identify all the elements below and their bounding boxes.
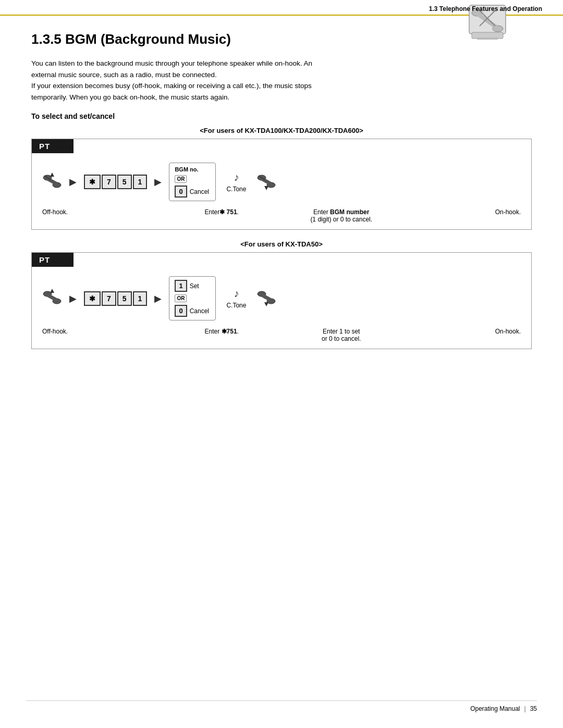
key-5-1: 5 — [117, 175, 132, 189]
footer-page: 35 — [530, 705, 537, 712]
footer: Operating Manual | 35 — [26, 700, 537, 712]
svg-marker-13 — [264, 186, 268, 190]
cancel-label-2: Cancel — [190, 307, 209, 315]
note-row-1: Off-hook. Enter✱ 751. Enter BGM number(1… — [32, 208, 531, 229]
key-7-2: 7 — [102, 291, 116, 306]
cancel-row-2: 0 Cancel — [175, 305, 209, 317]
on-hook-icon-1 — [256, 171, 276, 193]
svg-marker-19 — [264, 302, 268, 306]
cancel-row-1: 0 Cancel — [175, 186, 209, 198]
arrow-2: ▶ — [154, 176, 162, 188]
music-note-1: ♪ — [234, 171, 239, 183]
off-hook-icon-1 — [42, 171, 62, 193]
note-offhook-2: Off-hook. — [42, 328, 162, 335]
key-1-set: 1 — [175, 280, 187, 292]
svg-marker-10 — [50, 172, 54, 177]
note-offhook-1: Off-hook. — [42, 208, 162, 216]
arrow-1: ▶ — [69, 176, 77, 188]
svg-rect-7 — [477, 38, 498, 40]
set-row: 1 Set — [175, 280, 199, 292]
ctone-group-1: ♪ C.Tone — [226, 171, 246, 193]
ctone-label-2: C.Tone — [226, 302, 246, 309]
subsection2-heading: <For users of KX-TDA50> — [31, 240, 532, 248]
diagram-inner-1: ▶ ✱ 7 5 1 ▶ BGM no. OR 0 Cancel — [32, 153, 531, 208]
key-7-1: 7 — [102, 175, 116, 189]
key-1-2: 1 — [133, 291, 148, 306]
bgm-no-label: BGM no. — [175, 166, 198, 172]
diagram-box-tda100: PT ▶ ✱ 7 5 1 ▶ — [31, 139, 532, 230]
set-label: Set — [190, 282, 199, 290]
note-onhook-1: On-hook. — [401, 208, 521, 216]
key-star-2: ✱ — [84, 291, 101, 306]
bgm-no-row: BGM no. — [175, 166, 198, 172]
key-group-1: ✱ 7 5 1 — [84, 175, 147, 189]
header-section: 1.3 Telephone Features and Operation — [429, 5, 542, 13]
note-row-2: Off-hook. Enter ✱751. Enter 1 to set or … — [32, 328, 531, 349]
pt-label-2: PT — [32, 253, 74, 267]
key-star-1: ✱ — [84, 175, 101, 189]
or-label-2: OR — [175, 294, 187, 302]
music-note-2: ♪ — [234, 288, 239, 300]
diagram-inner-2: ▶ ✱ 7 5 1 ▶ 1 Set OR 0 Cancel — [32, 267, 531, 328]
note-enter751-2: Enter ✱751. — [162, 328, 282, 335]
intro-paragraph: You can listen to the background music t… — [31, 58, 386, 103]
note-enter751-1: Enter✱ 751. — [162, 208, 282, 216]
footer-separator: | — [524, 705, 526, 712]
cancel-label-1: Cancel — [190, 188, 209, 195]
key-0-2: 0 — [175, 305, 187, 317]
or-label-1: OR — [175, 175, 187, 183]
key-group-2: ✱ 7 5 1 — [84, 291, 147, 306]
note-onhook-2: On-hook. — [401, 328, 521, 335]
off-hook-icon-2 — [42, 288, 62, 309]
page-title: 1.3.5 BGM (Background Music) — [31, 31, 532, 47]
svg-marker-16 — [50, 289, 54, 293]
subsection1-heading: <For users of KX-TDA100/KX-TDA200/KX-TDA… — [31, 127, 532, 134]
diagram-box-tda50: PT ▶ ✱ 7 5 1 ▶ — [31, 252, 532, 349]
note-set-cancel: Enter 1 to set or 0 to cancel. — [282, 328, 401, 342]
key-1-1: 1 — [133, 175, 148, 189]
key-5-2: 5 — [117, 291, 132, 306]
pt-label-1: PT — [32, 139, 74, 153]
bgm-bracket-group: BGM no. OR 0 Cancel — [169, 163, 216, 201]
ctone-label-1: C.Tone — [226, 186, 246, 193]
footer-label: Operating Manual — [470, 705, 520, 712]
arrow-3: ▶ — [69, 293, 77, 304]
arrow-4: ▶ — [154, 293, 162, 304]
on-hook-icon-2 — [256, 288, 276, 309]
note-bgm-number: Enter BGM number(1 digit) or 0 to cancel… — [282, 208, 401, 223]
ctone-group-2: ♪ C.Tone — [226, 288, 246, 309]
section-heading: To select and set/cancel — [31, 112, 532, 120]
set-cancel-bracket-group: 1 Set OR 0 Cancel — [169, 276, 216, 320]
key-0-1: 0 — [175, 186, 187, 198]
